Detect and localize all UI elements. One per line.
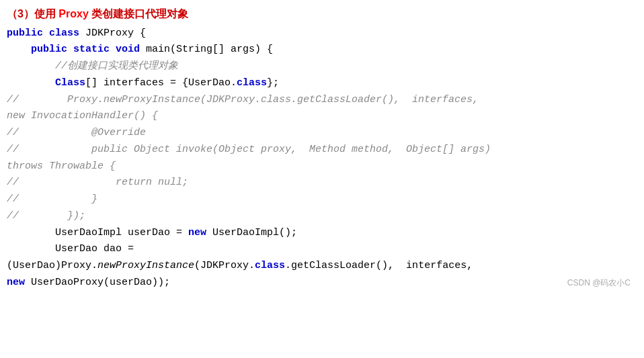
code-block: public class JDKProxy { public static vo… [7,26,637,292]
code-line-6: new InvocationHandler() { [7,108,637,125]
section-title: （3）使用 Proxy 类创建接口代理对象 [7,5,637,23]
code-line-3: //创建接口实现类代理对象 [7,58,637,75]
code-line-5: // Proxy.newProxyInstance(JDKProxy.class… [7,92,637,109]
code-line-15: (UserDao)Proxy.newProxyInstance(JDKProxy… [7,258,637,275]
code-line-8: // public Object invoke(Object proxy, Me… [7,142,637,159]
code-line-4: Class[] interfaces = {UserDao.class}; [7,75,637,92]
watermark: CSDN @码农小C [567,277,631,289]
code-line-10: // return null; [7,175,637,191]
code-line-9: throws Throwable { [7,159,637,175]
code-line-2: public static void main(String[] args) { [7,42,637,58]
proxy-highlight: Proxy [58,8,88,19]
code-line-11: // } [7,191,637,208]
code-container: （3）使用 Proxy 类创建接口代理对象 public class JDKPr… [7,5,637,292]
code-line-14: UserDao dao = [7,241,637,258]
code-line-7: // @Override [7,125,637,142]
code-line-16: new UserDaoProxy(userDao)); [7,275,637,292]
code-line-1: public class JDKProxy { [7,26,637,42]
code-line-12: // }); [7,208,637,225]
code-line-13: UserDaoImpl userDao = new UserDaoImpl(); [7,225,637,242]
